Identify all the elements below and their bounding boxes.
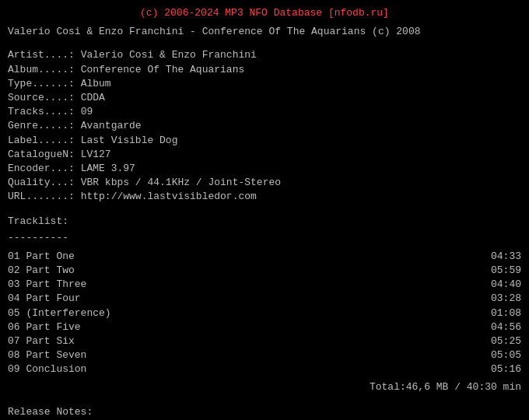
- meta-key: Genre.....:: [8, 119, 81, 133]
- meta-value: LAME 3.97: [81, 162, 135, 176]
- release-notes-section: Release Notes: ---------------- Highly e…: [8, 405, 521, 420]
- metadata-row: CatalogueN: LV127: [8, 148, 521, 162]
- track-duration: 01:08: [475, 306, 521, 320]
- track-row: 02 Part Two05:59: [8, 264, 521, 278]
- metadata-row: Encoder...: LAME 3.97: [8, 162, 521, 176]
- site-header-link[interactable]: (c) 2006-2024 MP3 NFO Database [nfodb.ru…: [8, 6, 521, 20]
- track-row: 03 Part Three04:40: [8, 278, 521, 292]
- meta-key: Album.....:: [8, 63, 81, 77]
- release-notes-label: Release Notes:: [8, 405, 521, 419]
- meta-key: URL.......:: [8, 190, 81, 204]
- metadata-row: Type......: Album: [8, 77, 521, 91]
- meta-key: Tracks....:: [8, 105, 81, 119]
- track-row: 05 (Interference)01:08: [8, 306, 521, 320]
- meta-key: Source....:: [8, 91, 81, 105]
- tracklist-divider: ----------: [8, 231, 521, 245]
- track-name: 02 Part Two: [8, 264, 475, 278]
- track-name: 05 (Interference): [8, 306, 475, 320]
- meta-key: Label.....:: [8, 134, 81, 148]
- track-duration: 05:25: [475, 334, 521, 348]
- track-row: 01 Part One04:33: [8, 250, 521, 264]
- track-duration: 05:05: [475, 348, 521, 362]
- meta-key: Artist....:: [8, 48, 81, 62]
- track-duration: 05:59: [475, 264, 521, 278]
- meta-value: Album: [81, 77, 111, 91]
- tracklist-label: Tracklist:: [8, 215, 521, 229]
- track-row: 09 Conclusion05:16: [8, 362, 521, 376]
- metadata-row: Artist....: Valerio Cosi & Enzo Franchin…: [8, 48, 521, 62]
- track-name: 07 Part Six: [8, 334, 475, 348]
- metadata-row: URL.......: http://www.lastvisibledог.co…: [8, 190, 521, 204]
- meta-value: Conference Of The Aquarians: [81, 63, 245, 77]
- total-line: Total:46,6 MB / 40:30 min: [8, 380, 521, 394]
- track-duration: 04:40: [475, 278, 521, 292]
- track-row: 07 Part Six05:25: [8, 334, 521, 348]
- track-row: 04 Part Four03:28: [8, 292, 521, 306]
- track-name: 01 Part One: [8, 250, 475, 264]
- metadata-row: Album.....: Conference Of The Aquarians: [8, 63, 521, 77]
- track-duration: 04:56: [475, 320, 521, 334]
- meta-value: Avantgarde: [81, 119, 142, 133]
- tracklist-section: Tracklist: ---------- 01 Part One04:3302…: [8, 215, 521, 394]
- track-row: 08 Part Seven05:05: [8, 348, 521, 362]
- meta-key: CatalogueN:: [8, 148, 81, 162]
- metadata-row: Source....: CDDA: [8, 91, 521, 105]
- metadata-block: Artist....: Valerio Cosi & Enzo Franchin…: [8, 48, 521, 204]
- meta-value: Valerio Cosi & Enzo Franchini: [81, 48, 257, 62]
- track-duration: 05:16: [475, 362, 521, 376]
- meta-value: 09: [81, 105, 93, 119]
- metadata-row: Genre.....: Avantgarde: [8, 119, 521, 133]
- track-duration: 03:28: [475, 292, 521, 306]
- meta-key: Type......:: [8, 77, 81, 91]
- meta-value: CDDA: [81, 91, 105, 105]
- track-name: 03 Part Three: [8, 278, 475, 292]
- metadata-row: Label.....: Last Visible Dog: [8, 134, 521, 148]
- meta-key: Quality...:: [8, 176, 81, 190]
- tracks-container: 01 Part One04:3302 Part Two05:5903 Part …: [8, 250, 521, 377]
- track-name: 04 Part Four: [8, 292, 475, 306]
- track-row: 06 Part Five04:56: [8, 320, 521, 334]
- meta-value: VBR kbps / 44.1KHz / Joint-Stereo: [81, 176, 281, 190]
- track-duration: 04:33: [475, 250, 521, 264]
- meta-value: Last Visible Dog: [81, 134, 178, 148]
- meta-value: http://www.lastvisibledог.com: [81, 190, 257, 204]
- meta-key: Encoder...:: [8, 162, 81, 176]
- meta-value: LV127: [81, 148, 111, 162]
- album-title: Valerio Cosi & Enzo Franchini - Conferen…: [8, 25, 521, 39]
- track-name: 09 Conclusion: [8, 362, 475, 376]
- metadata-row: Tracks....: 09: [8, 105, 521, 119]
- track-name: 06 Part Five: [8, 320, 475, 334]
- track-name: 08 Part Seven: [8, 348, 475, 362]
- metadata-row: Quality...: VBR kbps / 44.1KHz / Joint-S…: [8, 176, 521, 190]
